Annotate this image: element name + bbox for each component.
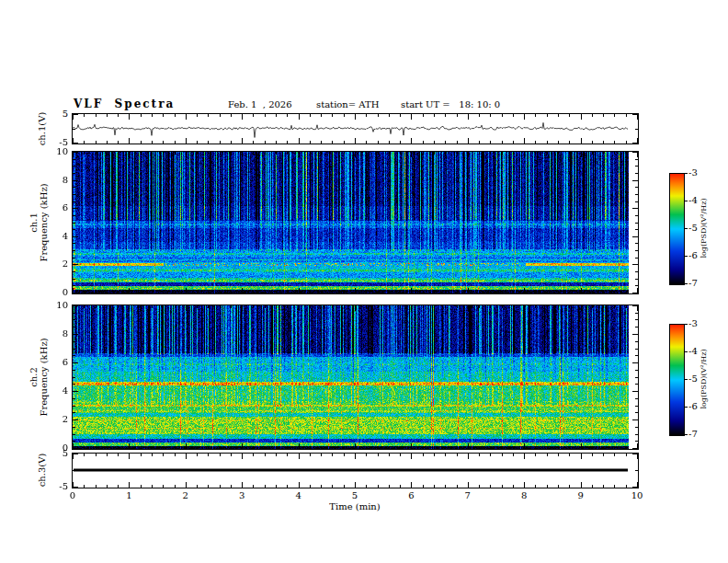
time-tick-label: 2 — [176, 491, 195, 500]
frequency-tick-label: 4 — [48, 386, 68, 396]
ch3-voltage-axis-text: ch.3(V) — [37, 438, 47, 502]
psd-tick-label: -7 — [688, 279, 707, 288]
ch2-spectrogram-panel — [72, 304, 639, 450]
colorbar-tick — [684, 201, 688, 201]
frequency-tick-label: 8 — [48, 176, 68, 185]
time-tick-label: 1 — [119, 491, 138, 500]
ch1-frequency-axis-line1: ch.1 — [28, 172, 39, 273]
psd-tick-label: -6 — [688, 251, 707, 260]
psd-tick-label: -4 — [688, 196, 707, 205]
ch1-voltage-axis-text: ch.1(V) — [37, 97, 47, 161]
ch2-frequency-axis-line1: ch.2 — [28, 327, 39, 428]
time-tick-label: 4 — [290, 491, 308, 500]
time-tick-label: 5 — [346, 491, 364, 500]
psd-tick-label: -3 — [688, 168, 707, 178]
psd-tick-label: -6 — [688, 402, 707, 411]
frequency-tick-label: 4 — [48, 232, 68, 241]
psd-tick-label: -4 — [688, 347, 707, 356]
colorbar-tick — [684, 434, 688, 435]
time-tick-label: 9 — [572, 491, 590, 500]
ch1-spectrogram-panel — [72, 151, 639, 294]
header-date: Feb. 1 , 2026 — [228, 99, 292, 109]
ch2-frequency-axis-label: ch.2 Frequency (kHz) — [28, 327, 49, 428]
colorbar-tick — [684, 407, 688, 408]
voltage-tick-label: 5 — [48, 449, 68, 458]
voltage-tick-label: 5 — [48, 109, 68, 119]
time-tick-label: 0 — [63, 491, 82, 500]
ch2-colorbar — [669, 324, 685, 436]
frequency-tick-label: 10 — [48, 147, 68, 156]
time-tick-label: 10 — [628, 491, 646, 500]
ch3-voltage-axis-label: ch.3(V) — [37, 438, 48, 502]
frequency-tick-label: 6 — [48, 358, 68, 367]
frequency-tick-label: 2 — [48, 415, 68, 424]
psd-tick-label: -5 — [688, 224, 707, 233]
voltage-tick-label: -5 — [48, 482, 68, 491]
frequency-tick-label: 2 — [48, 259, 68, 269]
ch3-waveform-panel — [72, 453, 639, 488]
ch1-frequency-axis-label: ch.1 Frequency (kHz) — [28, 172, 49, 273]
psd-tick-label: -7 — [688, 430, 707, 439]
time-tick-label: 6 — [402, 491, 420, 500]
colorbar-tick — [684, 256, 688, 257]
ch2-frequency-axis-line2: Frequency (kHz) — [39, 327, 49, 428]
colorbar-tick — [684, 379, 688, 380]
time-tick-label: 3 — [233, 491, 251, 500]
colorbar-tick — [684, 283, 688, 284]
frequency-tick-label: 0 — [48, 288, 68, 297]
header-station: station= ATH — [316, 99, 379, 109]
figure-title: VLF Spectra — [74, 98, 175, 110]
colorbar-tick — [684, 173, 688, 174]
ch1-voltage-axis-label: ch.1(V) — [37, 97, 48, 161]
header-start-ut: start UT = 18: 10: 0 — [401, 99, 500, 109]
psd-tick-label: -5 — [688, 374, 707, 384]
vlf-spectra-figure: VLF Spectra Feb. 1 , 2026 station= ATH s… — [0, 0, 728, 563]
colorbar-tick — [684, 324, 688, 325]
frequency-tick-label: 6 — [48, 203, 68, 213]
psd-tick-label: -3 — [688, 319, 707, 328]
time-tick-label: 7 — [459, 491, 477, 500]
time-axis-label: Time (min) — [318, 501, 392, 511]
frequency-tick-label: 8 — [48, 329, 68, 339]
ch1-frequency-axis-line2: Frequency (kHz) — [39, 172, 49, 273]
colorbar-tick — [684, 351, 688, 352]
time-tick-label: 8 — [515, 491, 533, 500]
colorbar-tick — [684, 228, 688, 229]
ch1-colorbar — [669, 173, 685, 285]
ch1-waveform-panel — [72, 113, 639, 144]
frequency-tick-label: 10 — [48, 301, 68, 310]
